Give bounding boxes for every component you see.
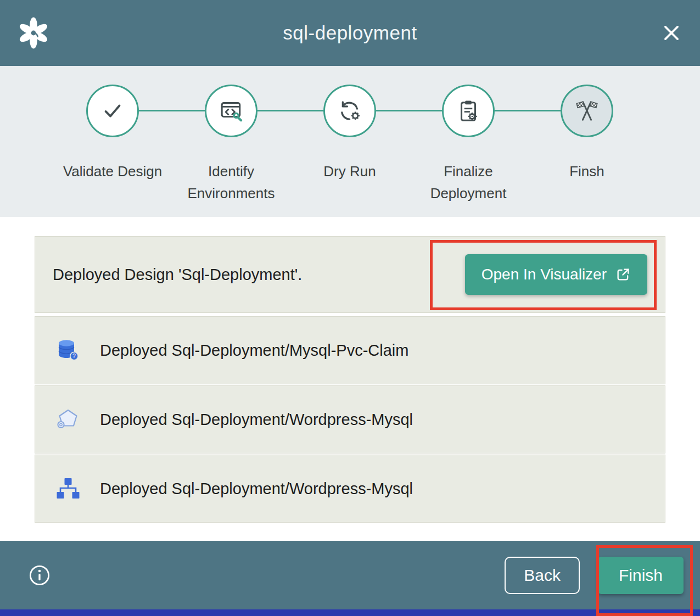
sql-deployment-modal: sql-deployment Validate Design: [0, 0, 700, 616]
step-label: Validate Design: [63, 160, 162, 182]
deployed-item-row: Deployed Sql-Deployment/Wordpress-Mysql: [35, 385, 665, 453]
step-validate-design[interactable]: Validate Design: [53, 85, 172, 204]
close-button[interactable]: [659, 21, 684, 45]
open-in-visualizer-label: Open In Visualizer: [481, 266, 607, 283]
deployment-results: Deployed Design 'Sql-Deployment'. Open I…: [0, 217, 700, 541]
info-icon: [29, 564, 51, 586]
deployed-item-text: Deployed Sql-Deployment/Mysql-Pvc-Claim: [100, 341, 408, 360]
step-label: Finsh: [569, 160, 604, 182]
step-identify-environments[interactable]: Identify Environments: [172, 85, 290, 204]
modal-title: sql-deployment: [60, 22, 640, 44]
deployed-item-row: ? Deployed Sql-Deployment/Mysql-Pvc-Clai…: [35, 316, 665, 384]
close-icon: [661, 23, 682, 43]
modal-footer: Back Finish: [0, 541, 700, 609]
rerun-gear-icon: [337, 98, 362, 124]
bottom-progress-strip: [0, 609, 700, 616]
step-label: Dry Run: [323, 160, 376, 182]
deployed-item-text: Deployed Sql-Deployment/Wordpress-Mysql: [100, 411, 413, 429]
deployment-stepper: Validate Design Identify Environments: [0, 66, 700, 217]
finish-button[interactable]: Finish: [598, 557, 684, 594]
pentagon-shape-icon: [55, 406, 81, 433]
back-button[interactable]: Back: [505, 557, 580, 594]
external-link-icon: [615, 267, 631, 282]
clipboard-gear-icon: [456, 98, 481, 124]
step-label: Finalize Deployment: [418, 160, 518, 204]
hierarchy-icon: [55, 475, 81, 502]
step-circle-finalize: [442, 85, 495, 137]
step-circle-identify: [205, 85, 257, 137]
info-button[interactable]: [29, 564, 51, 586]
deployed-design-row: Deployed Design 'Sql-Deployment'. Open I…: [35, 236, 665, 313]
step-circle-finish: [561, 85, 613, 137]
open-in-visualizer-button[interactable]: Open In Visualizer: [465, 254, 647, 295]
modal-header: sql-deployment: [0, 0, 700, 66]
checkered-flags-icon: [574, 98, 600, 124]
svg-text:?: ?: [72, 352, 76, 359]
deployed-item-text: Deployed Sql-Deployment/Wordpress-Mysql: [100, 480, 413, 498]
check-icon: [100, 98, 125, 124]
step-label: Identify Environments: [181, 160, 281, 204]
deployed-item-row: Deployed Sql-Deployment/Wordpress-Mysql: [35, 455, 665, 523]
step-circle-validate: [86, 85, 139, 137]
step-dry-run[interactable]: Dry Run: [290, 85, 409, 204]
step-finalize-deployment[interactable]: Finalize Deployment: [409, 85, 528, 204]
step-circle-dry-run: [323, 85, 376, 137]
deployed-design-text: Deployed Design 'Sql-Deployment'.: [53, 266, 302, 284]
app-logo: [16, 16, 60, 50]
database-icon: ?: [55, 337, 81, 363]
step-finish[interactable]: Finsh: [528, 85, 646, 204]
code-window-wrench-icon: [219, 98, 244, 124]
pinwheel-logo-icon: [16, 16, 51, 50]
